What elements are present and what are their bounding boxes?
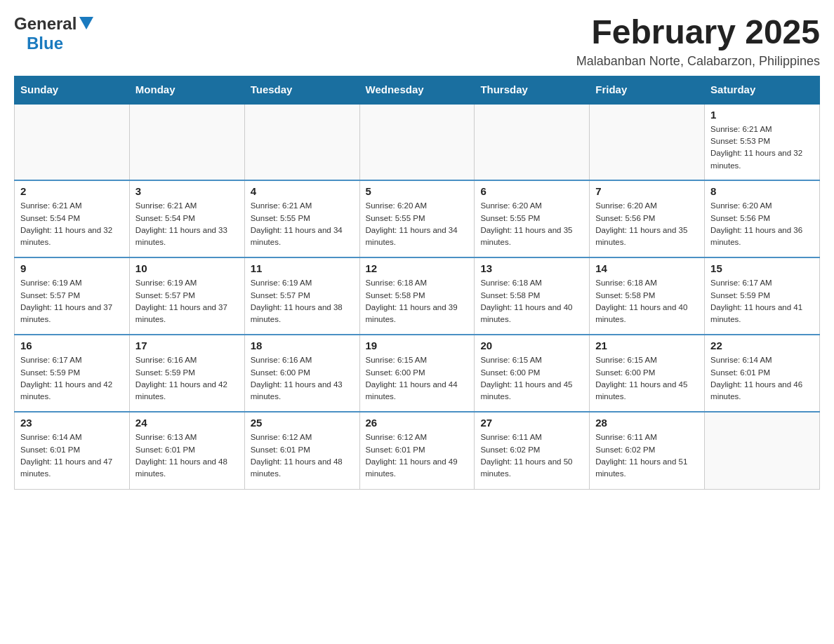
calendar-cell: 24Sunrise: 6:13 AMSunset: 6:01 PMDayligh… [129, 412, 244, 489]
calendar-week-4: 16Sunrise: 6:17 AMSunset: 5:59 PMDayligh… [15, 335, 820, 412]
day-info: Sunrise: 6:20 AMSunset: 5:55 PMDaylight:… [366, 200, 469, 248]
calendar-header-saturday: Saturday [705, 76, 820, 103]
day-number: 21 [595, 340, 699, 351]
day-number: 20 [480, 340, 583, 351]
calendar-cell: 20Sunrise: 6:15 AMSunset: 6:00 PMDayligh… [475, 335, 590, 412]
calendar-cell: 5Sunrise: 6:20 AMSunset: 5:55 PMDaylight… [359, 180, 475, 257]
calendar-cell: 26Sunrise: 6:12 AMSunset: 6:01 PMDayligh… [359, 412, 475, 489]
day-number: 10 [135, 262, 239, 274]
day-info: Sunrise: 6:13 AMSunset: 6:01 PMDaylight:… [135, 431, 239, 480]
day-info: Sunrise: 6:21 AMSunset: 5:54 PMDaylight:… [135, 200, 239, 248]
day-info: Sunrise: 6:15 AMSunset: 6:00 PMDaylight:… [595, 354, 699, 403]
calendar-header-wednesday: Wednesday [359, 76, 475, 103]
day-info: Sunrise: 6:18 AMSunset: 5:58 PMDaylight:… [595, 277, 699, 326]
day-number: 17 [135, 340, 239, 351]
logo-blue-text: Blue [27, 34, 63, 53]
day-info: Sunrise: 6:18 AMSunset: 5:58 PMDaylight:… [480, 277, 583, 326]
day-number: 4 [251, 185, 354, 197]
calendar-cell [705, 412, 820, 489]
day-info: Sunrise: 6:14 AMSunset: 6:01 PMDaylight:… [710, 354, 814, 403]
day-info: Sunrise: 6:19 AMSunset: 5:57 PMDaylight:… [251, 277, 354, 326]
location-title: Malabanban Norte, Calabarzon, Philippine… [576, 54, 820, 69]
day-number: 22 [710, 340, 814, 351]
calendar-header-row: SundayMondayTuesdayWednesdayThursdayFrid… [15, 76, 820, 103]
day-info: Sunrise: 6:21 AMSunset: 5:55 PMDaylight:… [251, 200, 354, 248]
calendar-cell: 14Sunrise: 6:18 AMSunset: 5:58 PMDayligh… [590, 257, 705, 335]
day-number: 13 [480, 262, 583, 274]
day-number: 11 [251, 262, 354, 274]
calendar-week-5: 23Sunrise: 6:14 AMSunset: 6:01 PMDayligh… [15, 412, 820, 489]
calendar-week-1: 1Sunrise: 6:21 AMSunset: 5:53 PMDaylight… [15, 103, 820, 180]
calendar-header-thursday: Thursday [475, 76, 590, 103]
day-info: Sunrise: 6:19 AMSunset: 5:57 PMDaylight:… [135, 277, 239, 326]
day-number: 3 [135, 185, 239, 197]
calendar-cell: 28Sunrise: 6:11 AMSunset: 6:02 PMDayligh… [590, 412, 705, 489]
logo: General Blue [14, 14, 93, 53]
calendar-cell: 18Sunrise: 6:16 AMSunset: 6:00 PMDayligh… [244, 335, 359, 412]
title-section: February 2025 Malabanban Norte, Calabarz… [576, 14, 820, 69]
day-number: 12 [366, 262, 469, 274]
day-info: Sunrise: 6:16 AMSunset: 6:00 PMDaylight:… [251, 354, 354, 403]
calendar-cell: 25Sunrise: 6:12 AMSunset: 6:01 PMDayligh… [244, 412, 359, 489]
day-info: Sunrise: 6:19 AMSunset: 5:57 PMDaylight:… [20, 277, 124, 326]
calendar-cell: 22Sunrise: 6:14 AMSunset: 6:01 PMDayligh… [705, 335, 820, 412]
day-number: 2 [20, 185, 124, 197]
day-number: 25 [251, 417, 354, 429]
calendar-cell: 2Sunrise: 6:21 AMSunset: 5:54 PMDaylight… [15, 180, 130, 257]
day-info: Sunrise: 6:11 AMSunset: 6:02 PMDaylight:… [480, 431, 583, 480]
day-number: 9 [20, 262, 124, 274]
calendar-cell: 15Sunrise: 6:17 AMSunset: 5:59 PMDayligh… [705, 257, 820, 335]
calendar-cell: 13Sunrise: 6:18 AMSunset: 5:58 PMDayligh… [475, 257, 590, 335]
calendar-cell: 11Sunrise: 6:19 AMSunset: 5:57 PMDayligh… [244, 257, 359, 335]
day-info: Sunrise: 6:14 AMSunset: 6:01 PMDaylight:… [20, 431, 124, 480]
day-number: 24 [135, 417, 239, 429]
calendar-cell: 1Sunrise: 6:21 AMSunset: 5:53 PMDaylight… [705, 103, 820, 180]
day-info: Sunrise: 6:11 AMSunset: 6:02 PMDaylight:… [595, 431, 699, 480]
page-header: General Blue February 2025 Malabanban No… [14, 14, 820, 69]
day-number: 26 [366, 417, 469, 429]
calendar-cell [244, 103, 359, 180]
day-number: 28 [595, 417, 699, 429]
calendar-header-tuesday: Tuesday [244, 76, 359, 103]
calendar-header-sunday: Sunday [15, 76, 130, 103]
day-number: 27 [480, 417, 583, 429]
day-info: Sunrise: 6:12 AMSunset: 6:01 PMDaylight:… [366, 431, 469, 480]
day-number: 6 [480, 185, 583, 197]
day-info: Sunrise: 6:18 AMSunset: 5:58 PMDaylight:… [366, 277, 469, 326]
day-info: Sunrise: 6:15 AMSunset: 6:00 PMDaylight:… [366, 354, 469, 403]
day-info: Sunrise: 6:20 AMSunset: 5:56 PMDaylight:… [595, 200, 699, 248]
day-number: 16 [20, 340, 124, 351]
day-info: Sunrise: 6:17 AMSunset: 5:59 PMDaylight:… [20, 354, 124, 403]
calendar-cell: 21Sunrise: 6:15 AMSunset: 6:00 PMDayligh… [590, 335, 705, 412]
calendar-cell [359, 103, 475, 180]
calendar-cell: 7Sunrise: 6:20 AMSunset: 5:56 PMDaylight… [590, 180, 705, 257]
day-info: Sunrise: 6:16 AMSunset: 5:59 PMDaylight:… [135, 354, 239, 403]
day-number: 1 [710, 109, 814, 121]
logo-general-text: General [14, 14, 77, 34]
day-number: 18 [251, 340, 354, 351]
calendar-cell: 9Sunrise: 6:19 AMSunset: 5:57 PMDaylight… [15, 257, 130, 335]
day-info: Sunrise: 6:12 AMSunset: 6:01 PMDaylight:… [251, 431, 354, 480]
day-number: 14 [595, 262, 699, 274]
svg-marker-0 [79, 17, 93, 29]
day-info: Sunrise: 6:20 AMSunset: 5:55 PMDaylight:… [480, 200, 583, 248]
calendar-cell: 19Sunrise: 6:15 AMSunset: 6:00 PMDayligh… [359, 335, 475, 412]
day-info: Sunrise: 6:21 AMSunset: 5:53 PMDaylight:… [710, 123, 814, 172]
calendar-cell: 16Sunrise: 6:17 AMSunset: 5:59 PMDayligh… [15, 335, 130, 412]
calendar-week-3: 9Sunrise: 6:19 AMSunset: 5:57 PMDaylight… [15, 257, 820, 335]
calendar-header-friday: Friday [590, 76, 705, 103]
calendar-cell: 23Sunrise: 6:14 AMSunset: 6:01 PMDayligh… [15, 412, 130, 489]
day-number: 7 [595, 185, 699, 197]
day-info: Sunrise: 6:21 AMSunset: 5:54 PMDaylight:… [20, 200, 124, 248]
day-number: 23 [20, 417, 124, 429]
calendar-cell: 10Sunrise: 6:19 AMSunset: 5:57 PMDayligh… [129, 257, 244, 335]
calendar-cell [15, 103, 130, 180]
day-number: 8 [710, 185, 814, 197]
calendar-cell: 6Sunrise: 6:20 AMSunset: 5:55 PMDaylight… [475, 180, 590, 257]
calendar-cell: 4Sunrise: 6:21 AMSunset: 5:55 PMDaylight… [244, 180, 359, 257]
day-number: 5 [366, 185, 469, 197]
day-number: 15 [710, 262, 814, 274]
calendar-cell [129, 103, 244, 180]
month-title: February 2025 [576, 14, 820, 51]
calendar-cell [475, 103, 590, 180]
